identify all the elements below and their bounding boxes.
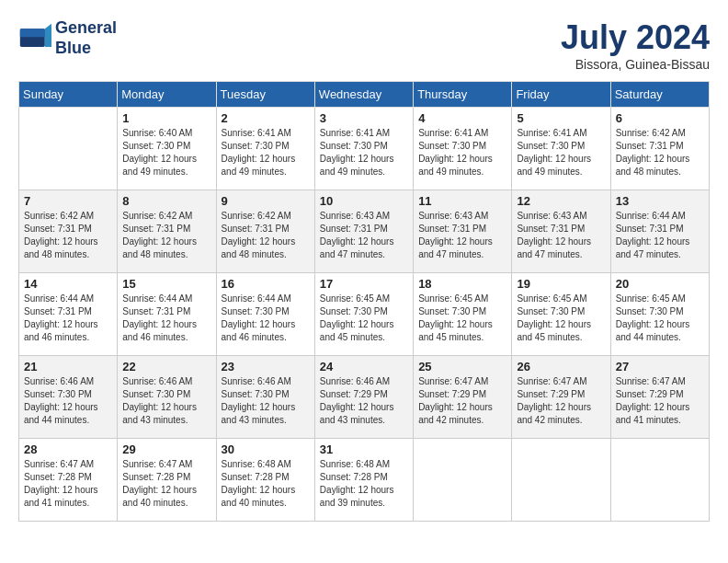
day-number: 30 bbox=[222, 442, 310, 456]
calendar-cell: 2Sunrise: 6:41 AMSunset: 7:30 PMDaylight… bbox=[216, 108, 314, 190]
weekday-header-monday: Monday bbox=[118, 82, 216, 108]
day-info: Sunrise: 6:46 AMSunset: 7:29 PMDaylight:… bbox=[320, 375, 408, 427]
day-info: Sunrise: 6:45 AMSunset: 7:30 PMDaylight:… bbox=[418, 293, 506, 344]
page-header: General Blue July 2024 Bissora, Guinea-B… bbox=[18, 18, 710, 72]
day-number: 6 bbox=[616, 111, 704, 125]
calendar-cell: 6Sunrise: 6:42 AMSunset: 7:31 PMDaylight… bbox=[610, 108, 709, 190]
day-info: Sunrise: 6:42 AMSunset: 7:31 PMDaylight:… bbox=[222, 210, 310, 261]
day-info: Sunrise: 6:41 AMSunset: 7:30 PMDaylight:… bbox=[418, 127, 506, 178]
day-info: Sunrise: 6:42 AMSunset: 7:31 PMDaylight:… bbox=[122, 210, 210, 261]
calendar-cell: 9Sunrise: 6:42 AMSunset: 7:31 PMDaylight… bbox=[216, 190, 314, 273]
calendar-cell: 3Sunrise: 6:41 AMSunset: 7:30 PMDaylight… bbox=[314, 108, 413, 190]
day-info: Sunrise: 6:45 AMSunset: 7:30 PMDaylight:… bbox=[320, 293, 408, 344]
logo-line1: General bbox=[55, 18, 117, 37]
day-info: Sunrise: 6:42 AMSunset: 7:31 PMDaylight:… bbox=[616, 127, 704, 178]
week-row-1: 1Sunrise: 6:40 AMSunset: 7:30 PMDaylight… bbox=[19, 108, 710, 190]
day-number: 24 bbox=[320, 360, 408, 373]
day-info: Sunrise: 6:46 AMSunset: 7:30 PMDaylight:… bbox=[122, 375, 210, 427]
calendar-cell: 15Sunrise: 6:44 AMSunset: 7:31 PMDayligh… bbox=[118, 273, 216, 356]
logo-line2: Blue bbox=[55, 39, 91, 57]
calendar-cell: 23Sunrise: 6:46 AMSunset: 7:30 PMDayligh… bbox=[216, 356, 314, 439]
day-number: 2 bbox=[222, 111, 310, 125]
day-info: Sunrise: 6:47 AMSunset: 7:28 PMDaylight:… bbox=[122, 458, 210, 510]
calendar-cell: 29Sunrise: 6:47 AMSunset: 7:28 PMDayligh… bbox=[118, 439, 216, 522]
calendar-cell: 28Sunrise: 6:47 AMSunset: 7:28 PMDayligh… bbox=[19, 439, 118, 522]
day-info: Sunrise: 6:41 AMSunset: 7:30 PMDaylight:… bbox=[517, 127, 605, 178]
day-info: Sunrise: 6:45 AMSunset: 7:30 PMDaylight:… bbox=[517, 293, 605, 344]
calendar-cell bbox=[610, 439, 709, 522]
calendar-cell: 14Sunrise: 6:44 AMSunset: 7:31 PMDayligh… bbox=[19, 273, 118, 356]
day-info: Sunrise: 6:47 AMSunset: 7:28 PMDaylight:… bbox=[24, 458, 112, 510]
day-number: 7 bbox=[24, 194, 112, 208]
day-number: 31 bbox=[320, 442, 408, 456]
day-number: 14 bbox=[24, 277, 112, 291]
day-info: Sunrise: 6:41 AMSunset: 7:30 PMDaylight:… bbox=[320, 127, 408, 178]
day-number: 23 bbox=[222, 360, 310, 373]
day-number: 22 bbox=[122, 360, 210, 373]
calendar-cell bbox=[414, 439, 512, 522]
day-number: 1 bbox=[122, 111, 210, 125]
calendar-cell: 31Sunrise: 6:48 AMSunset: 7:28 PMDayligh… bbox=[314, 439, 413, 522]
calendar-cell: 18Sunrise: 6:45 AMSunset: 7:30 PMDayligh… bbox=[414, 273, 512, 356]
calendar-cell: 20Sunrise: 6:45 AMSunset: 7:30 PMDayligh… bbox=[610, 273, 709, 356]
day-number: 17 bbox=[320, 277, 408, 291]
day-info: Sunrise: 6:42 AMSunset: 7:31 PMDaylight:… bbox=[24, 210, 112, 261]
calendar-cell: 1Sunrise: 6:40 AMSunset: 7:30 PMDaylight… bbox=[118, 108, 216, 190]
calendar-body: 1Sunrise: 6:40 AMSunset: 7:30 PMDaylight… bbox=[19, 108, 710, 522]
day-info: Sunrise: 6:46 AMSunset: 7:30 PMDaylight:… bbox=[24, 375, 112, 427]
calendar-cell: 4Sunrise: 6:41 AMSunset: 7:30 PMDaylight… bbox=[414, 108, 512, 190]
calendar-cell: 12Sunrise: 6:43 AMSunset: 7:31 PMDayligh… bbox=[512, 190, 610, 273]
day-info: Sunrise: 6:48 AMSunset: 7:28 PMDaylight:… bbox=[320, 458, 408, 510]
weekday-header-wednesday: Wednesday bbox=[314, 82, 413, 108]
logo: General Blue bbox=[18, 18, 117, 58]
calendar-cell: 25Sunrise: 6:47 AMSunset: 7:29 PMDayligh… bbox=[414, 356, 512, 439]
calendar-cell: 5Sunrise: 6:41 AMSunset: 7:30 PMDaylight… bbox=[512, 108, 610, 190]
calendar-cell: 24Sunrise: 6:46 AMSunset: 7:29 PMDayligh… bbox=[314, 356, 413, 439]
calendar-table: SundayMondayTuesdayWednesdayThursdayFrid… bbox=[18, 81, 710, 522]
calendar-header: SundayMondayTuesdayWednesdayThursdayFrid… bbox=[19, 82, 710, 108]
weekday-row: SundayMondayTuesdayWednesdayThursdayFrid… bbox=[19, 82, 710, 108]
day-number: 8 bbox=[122, 194, 210, 208]
calendar-cell: 17Sunrise: 6:45 AMSunset: 7:30 PMDayligh… bbox=[314, 273, 413, 356]
weekday-header-sunday: Sunday bbox=[19, 82, 118, 108]
day-number: 13 bbox=[616, 194, 704, 208]
calendar-cell: 13Sunrise: 6:44 AMSunset: 7:31 PMDayligh… bbox=[610, 190, 709, 273]
day-number: 20 bbox=[616, 277, 704, 291]
calendar-cell: 22Sunrise: 6:46 AMSunset: 7:30 PMDayligh… bbox=[118, 356, 216, 439]
day-number: 25 bbox=[418, 360, 506, 373]
day-info: Sunrise: 6:47 AMSunset: 7:29 PMDaylight:… bbox=[517, 375, 605, 427]
calendar-cell: 21Sunrise: 6:46 AMSunset: 7:30 PMDayligh… bbox=[19, 356, 118, 439]
day-number: 26 bbox=[517, 360, 605, 373]
month-year: July 2024 bbox=[561, 18, 710, 57]
day-info: Sunrise: 6:44 AMSunset: 7:30 PMDaylight:… bbox=[222, 293, 310, 344]
svg-rect-2 bbox=[20, 29, 45, 37]
weekday-header-tuesday: Tuesday bbox=[216, 82, 314, 108]
title-block: July 2024 Bissora, Guinea-Bissau bbox=[561, 18, 710, 72]
day-info: Sunrise: 6:46 AMSunset: 7:30 PMDaylight:… bbox=[222, 375, 310, 427]
calendar-cell: 30Sunrise: 6:48 AMSunset: 7:28 PMDayligh… bbox=[216, 439, 314, 522]
day-info: Sunrise: 6:47 AMSunset: 7:29 PMDaylight:… bbox=[418, 375, 506, 427]
calendar-cell: 7Sunrise: 6:42 AMSunset: 7:31 PMDaylight… bbox=[19, 190, 118, 273]
day-number: 16 bbox=[222, 277, 310, 291]
calendar-cell: 8Sunrise: 6:42 AMSunset: 7:31 PMDaylight… bbox=[118, 190, 216, 273]
calendar-cell: 16Sunrise: 6:44 AMSunset: 7:30 PMDayligh… bbox=[216, 273, 314, 356]
calendar-cell bbox=[512, 439, 610, 522]
day-number: 19 bbox=[517, 277, 605, 291]
weekday-header-thursday: Thursday bbox=[414, 82, 512, 108]
day-info: Sunrise: 6:44 AMSunset: 7:31 PMDaylight:… bbox=[122, 293, 210, 344]
day-number: 5 bbox=[517, 111, 605, 125]
logo-icon bbox=[18, 22, 51, 55]
weekday-header-saturday: Saturday bbox=[610, 82, 709, 108]
day-info: Sunrise: 6:43 AMSunset: 7:31 PMDaylight:… bbox=[320, 210, 408, 261]
day-number: 4 bbox=[418, 111, 506, 125]
week-row-4: 21Sunrise: 6:46 AMSunset: 7:30 PMDayligh… bbox=[19, 356, 710, 439]
svg-marker-1 bbox=[45, 23, 51, 46]
calendar-cell bbox=[19, 108, 118, 190]
day-number: 18 bbox=[418, 277, 506, 291]
day-number: 12 bbox=[517, 194, 605, 208]
day-number: 11 bbox=[418, 194, 506, 208]
day-info: Sunrise: 6:44 AMSunset: 7:31 PMDaylight:… bbox=[616, 210, 704, 261]
day-info: Sunrise: 6:45 AMSunset: 7:30 PMDaylight:… bbox=[616, 293, 704, 344]
day-number: 10 bbox=[320, 194, 408, 208]
day-info: Sunrise: 6:44 AMSunset: 7:31 PMDaylight:… bbox=[24, 293, 112, 344]
